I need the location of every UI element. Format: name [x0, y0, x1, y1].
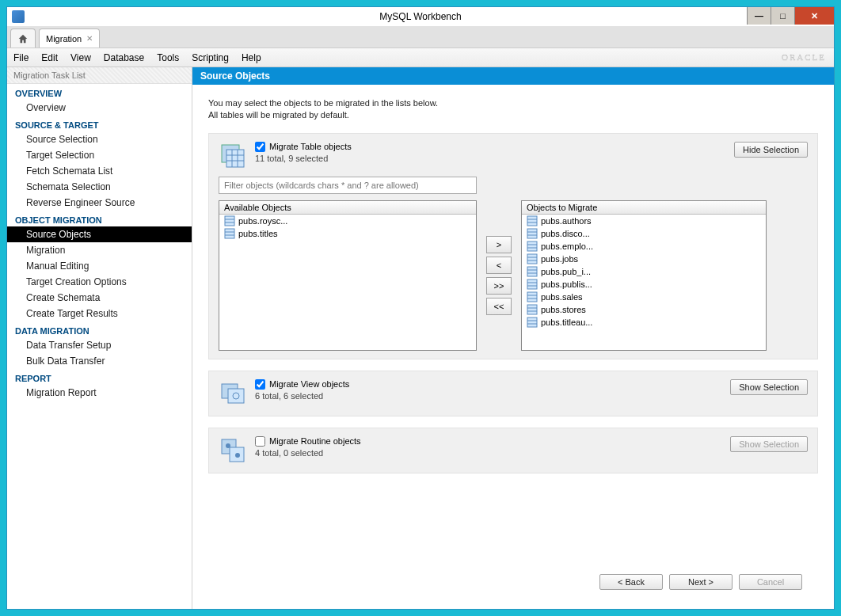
- move-right-button[interactable]: >: [486, 236, 512, 253]
- minimize-button[interactable]: —: [747, 7, 771, 25]
- svg-point-44: [226, 443, 230, 448]
- intro-line1: You may select the objects to be migrate…: [208, 97, 818, 109]
- list-item[interactable]: pubs.sales: [522, 291, 766, 303]
- menu-edit[interactable]: Edit: [41, 52, 58, 63]
- tab-migration[interactable]: Migration ✕: [39, 29, 100, 48]
- svg-rect-30: [527, 292, 537, 302]
- table-icon: [527, 304, 538, 315]
- sidebar-item-target-selection[interactable]: Target Selection: [7, 147, 192, 163]
- migrate-header: Objects to Migrate: [522, 201, 766, 215]
- tables-checkbox[interactable]: [255, 142, 265, 152]
- list-item[interactable]: pubs.emplo...: [522, 240, 766, 253]
- views-icon: [219, 379, 247, 408]
- sidebar-item-migration-report[interactable]: Migration Report: [7, 385, 192, 401]
- list-item[interactable]: pubs.titles: [219, 227, 476, 240]
- menu-file[interactable]: File: [13, 52, 29, 63]
- sidebar-item-create-schemata[interactable]: Create Schemata: [7, 290, 192, 306]
- list-item[interactable]: pubs.authors: [522, 215, 766, 227]
- sidebar-item-target-creation[interactable]: Target Creation Options: [7, 274, 192, 290]
- svg-rect-9: [225, 229, 234, 238]
- main-header: Source Objects: [192, 67, 834, 85]
- tabbar: Migration ✕: [7, 26, 834, 48]
- table-icon: [527, 279, 538, 290]
- close-button[interactable]: ✕: [794, 7, 834, 25]
- arrow-column: > < >> <<: [486, 200, 512, 351]
- tables-icon: [219, 142, 247, 170]
- cancel-button[interactable]: Cancel: [739, 574, 802, 590]
- list-item[interactable]: pubs.jobs: [522, 253, 766, 265]
- views-checkbox-row[interactable]: Migrate View objects: [255, 379, 349, 390]
- tables-label: Migrate Table objects: [269, 142, 352, 151]
- list-item[interactable]: pubs.titleau...: [522, 316, 766, 329]
- list-item[interactable]: pubs.disco...: [522, 227, 766, 240]
- routines-toggle-button[interactable]: Show Selection: [730, 436, 808, 452]
- filter-input[interactable]: [219, 177, 477, 194]
- table-icon: [224, 228, 235, 239]
- home-tab[interactable]: [10, 29, 36, 48]
- table-icon: [527, 228, 538, 239]
- routines-checkbox[interactable]: [255, 436, 265, 447]
- tab-close-icon[interactable]: ✕: [86, 34, 93, 43]
- tables-toggle-button[interactable]: Hide Selection: [734, 142, 808, 158]
- menu-view[interactable]: View: [70, 52, 91, 63]
- svg-rect-6: [225, 216, 234, 226]
- table-icon: [527, 291, 538, 302]
- section-report: REPORT: [7, 369, 192, 385]
- table-icon: [527, 266, 538, 277]
- sidebar-item-bulk-data-transfer[interactable]: Bulk Data Transfer: [7, 353, 192, 369]
- sidebar-item-reverse-engineer[interactable]: Reverse Engineer Source: [7, 195, 192, 211]
- sidebar-item-schemata-selection[interactable]: Schemata Selection: [7, 179, 192, 195]
- back-button[interactable]: < Back: [599, 574, 663, 590]
- svg-rect-12: [527, 216, 537, 226]
- table-icon: [527, 215, 538, 226]
- section-object-migration: OBJECT MIGRATION: [7, 211, 192, 226]
- sidebar-item-create-target-results[interactable]: Create Target Results: [7, 306, 192, 321]
- sidebar-item-overview[interactable]: Overview: [7, 100, 192, 116]
- sidebar-item-source-selection[interactable]: Source Selection: [7, 131, 192, 147]
- move-all-right-button[interactable]: >>: [486, 277, 512, 295]
- sidebar-item-manual-editing[interactable]: Manual Editing: [7, 258, 192, 274]
- list-item[interactable]: pubs.pub_i...: [522, 265, 766, 278]
- sidebar: Migration Task List OVERVIEW Overview SO…: [7, 67, 192, 609]
- svg-point-45: [235, 453, 240, 458]
- menu-database[interactable]: Database: [104, 52, 144, 63]
- next-button[interactable]: Next >: [669, 574, 733, 590]
- menu-scripting[interactable]: Scripting: [192, 52, 229, 63]
- titlebar: MySQL Workbench — □ ✕: [7, 7, 834, 26]
- sidebar-item-fetch-schemata[interactable]: Fetch Schemata List: [7, 163, 192, 179]
- footer-buttons: < Back Next > Cancel: [208, 566, 818, 601]
- table-icon: [527, 317, 538, 328]
- migrate-listbox[interactable]: Objects to Migrate pubs.authors pubs.dis…: [521, 200, 767, 351]
- intro-line2: All tables will be migrated by default.: [208, 109, 818, 121]
- main: Source Objects You may select the object…: [192, 67, 834, 609]
- tables-panel: Migrate Table objects 11 total, 9 select…: [208, 133, 818, 359]
- views-toggle-button[interactable]: Show Selection: [730, 379, 808, 395]
- move-left-button[interactable]: <: [486, 257, 512, 274]
- sidebar-item-data-transfer-setup[interactable]: Data Transfer Setup: [7, 337, 192, 353]
- list-item[interactable]: pubs.publis...: [522, 278, 766, 291]
- list-item[interactable]: pubs.stores: [522, 303, 766, 316]
- available-listbox[interactable]: Available Objects pubs.roysc... pubs.tit…: [219, 200, 477, 351]
- body: Migration Task List OVERVIEW Overview SO…: [7, 67, 834, 609]
- menu-tools[interactable]: Tools: [157, 52, 179, 63]
- window-controls: — □ ✕: [747, 7, 834, 25]
- svg-rect-40: [228, 389, 244, 403]
- intro-text: You may select the objects to be migrate…: [208, 97, 818, 122]
- table-icon: [224, 215, 235, 226]
- main-body: You may select the objects to be migrate…: [192, 85, 834, 609]
- dual-list: Available Objects pubs.roysc... pubs.tit…: [219, 200, 808, 351]
- sidebar-item-source-objects[interactable]: Source Objects: [7, 226, 192, 242]
- menu-help[interactable]: Help: [242, 52, 261, 63]
- list-item[interactable]: pubs.roysc...: [219, 215, 476, 227]
- views-checkbox[interactable]: [255, 379, 265, 390]
- maximize-button[interactable]: □: [771, 7, 794, 25]
- routines-checkbox-row[interactable]: Migrate Routine objects: [255, 436, 361, 447]
- sidebar-item-migration[interactable]: Migration: [7, 242, 192, 258]
- views-label: Migrate View objects: [269, 379, 349, 389]
- tables-summary: 11 total, 9 selected: [255, 154, 352, 163]
- routines-label: Migrate Routine objects: [269, 436, 361, 446]
- svg-rect-1: [226, 150, 244, 167]
- tables-checkbox-row[interactable]: Migrate Table objects: [255, 142, 352, 152]
- available-header: Available Objects: [219, 201, 476, 215]
- move-all-left-button[interactable]: <<: [486, 298, 512, 315]
